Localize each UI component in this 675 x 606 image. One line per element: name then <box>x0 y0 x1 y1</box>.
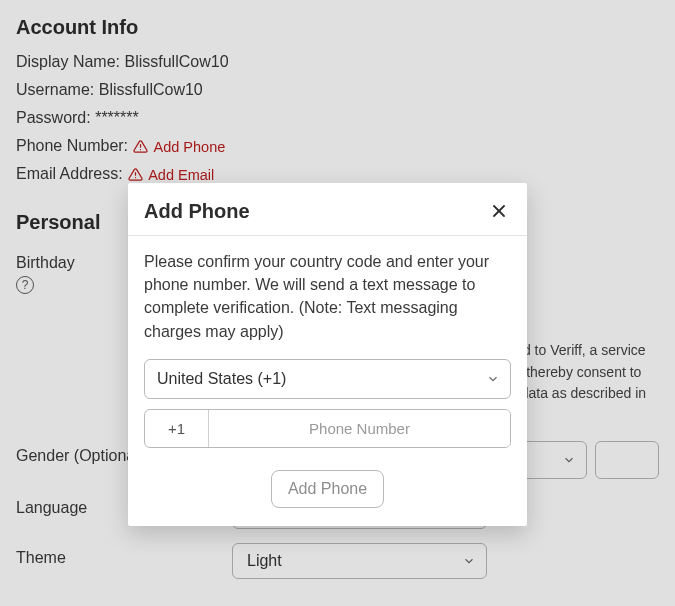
modal-description: Please confirm your country code and ent… <box>144 250 511 343</box>
country-code-select[interactable]: United States (+1) <box>144 359 511 399</box>
close-icon <box>489 201 509 221</box>
add-phone-modal: Add Phone Please confirm your country co… <box>128 183 527 526</box>
modal-title: Add Phone <box>144 200 250 223</box>
phone-prefix: +1 <box>145 410 209 447</box>
close-button[interactable] <box>487 199 511 223</box>
phone-number-input[interactable] <box>209 410 510 447</box>
chevron-down-icon <box>486 372 500 386</box>
add-phone-submit-button[interactable]: Add Phone <box>271 470 384 508</box>
country-code-value: United States (+1) <box>157 370 286 387</box>
